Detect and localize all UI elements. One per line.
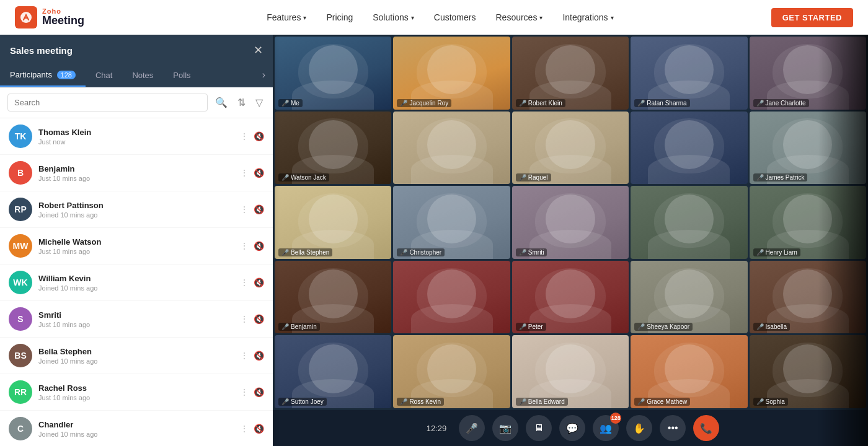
participant-time: Just 10 mins ago bbox=[38, 248, 234, 255]
video-cell[interactable]: 🎤 Ross Kevin bbox=[393, 335, 510, 408]
participant-name: Robert Pattinson bbox=[38, 201, 234, 210]
tab-chat[interactable]: Chat bbox=[86, 64, 122, 86]
mic-status-icon: 🎤 bbox=[756, 249, 764, 256]
filter-icon[interactable]: ▽ bbox=[253, 95, 265, 110]
logo[interactable]: Zoho Meeting bbox=[15, 6, 84, 28]
more-options-icon[interactable]: ⋮ bbox=[240, 204, 249, 214]
video-cell[interactable]: 🎤 Robert Klein bbox=[512, 37, 629, 110]
mic-status-icon: 🎤 bbox=[519, 174, 526, 181]
video-cell-label: 🎤 Sophia bbox=[753, 398, 788, 406]
chat-button[interactable]: 💬 bbox=[559, 415, 585, 441]
mute-icon[interactable]: 🔇 bbox=[254, 241, 264, 251]
more-button[interactable]: ••• bbox=[660, 415, 686, 441]
tabs-chevron[interactable]: › bbox=[255, 63, 273, 87]
more-options-icon[interactable]: ⋮ bbox=[240, 424, 249, 434]
nav-customers[interactable]: Customers bbox=[427, 7, 484, 27]
more-options-icon[interactable]: ⋮ bbox=[240, 241, 249, 251]
video-cell[interactable]: 🎤 Sheeya Kapoor bbox=[631, 261, 747, 334]
participant-name: Thomas Klein bbox=[38, 128, 234, 137]
search-icon[interactable]: 🔍 bbox=[213, 95, 230, 110]
participant-info: Smriti Just 10 mins ago bbox=[38, 310, 234, 328]
video-cell[interactable]: 🎤 Smriti bbox=[512, 186, 629, 259]
tab-polls[interactable]: Polls bbox=[163, 64, 200, 86]
video-cell[interactable]: 🎤 Sophia bbox=[750, 335, 866, 408]
video-cell[interactable] bbox=[393, 112, 510, 185]
video-cell[interactable]: 🎤 Christopher bbox=[393, 186, 510, 259]
mute-icon[interactable]: 🔇 bbox=[254, 387, 264, 397]
mute-icon[interactable]: 🔇 bbox=[254, 204, 264, 214]
video-cell[interactable] bbox=[393, 261, 510, 334]
participant-info: Bella Stephen Joined 10 mins ago bbox=[38, 347, 234, 365]
video-cell[interactable]: 🎤 James Patrick bbox=[750, 112, 866, 185]
participant-actions: ⋮ 🔇 bbox=[240, 387, 264, 397]
video-cell[interactable]: 🎤 Grace Mathew bbox=[631, 335, 747, 408]
nav-solutions[interactable]: Solutions ▾ bbox=[365, 7, 422, 27]
search-input[interactable] bbox=[7, 94, 208, 112]
screen-share-button[interactable]: 🖥 bbox=[526, 415, 552, 441]
more-options-icon[interactable]: ⋮ bbox=[240, 278, 249, 287]
sort-icon[interactable]: ⇅ bbox=[235, 95, 248, 110]
video-cell[interactable]: 🎤 Raquel bbox=[512, 112, 629, 185]
video-cell[interactable]: 🎤 Sutton Joey bbox=[275, 335, 391, 408]
video-cell[interactable]: 🎤 Bella Edward bbox=[512, 335, 629, 408]
video-button[interactable]: 📷 bbox=[492, 415, 518, 441]
nav-integrations[interactable]: Integrations ▾ bbox=[555, 7, 621, 27]
person-video bbox=[631, 186, 747, 259]
nav-pricing[interactable]: Pricing bbox=[319, 7, 360, 27]
video-cell[interactable] bbox=[631, 112, 747, 185]
more-options-icon[interactable]: ⋮ bbox=[240, 168, 249, 178]
mute-icon[interactable]: 🔇 bbox=[254, 424, 264, 434]
search-bar: 🔍 ⇅ ▽ bbox=[0, 87, 273, 118]
mic-status-icon: 🎤 bbox=[756, 100, 764, 107]
get-started-button[interactable]: GET STARTED bbox=[771, 8, 853, 27]
list-item: C Chandler Joined 10 mins ago ⋮ 🔇 bbox=[0, 411, 273, 446]
more-options-icon[interactable]: ⋮ bbox=[240, 387, 249, 397]
mic-button[interactable]: 🎤 bbox=[459, 415, 485, 441]
raise-hand-button[interactable]: ✋ bbox=[626, 415, 652, 441]
tab-notes[interactable]: Notes bbox=[122, 64, 163, 86]
video-cell[interactable]: 🎤 Benjamin bbox=[275, 261, 391, 334]
video-cell[interactable]: 🎤 Jane Charlotte bbox=[750, 37, 866, 110]
nav-features[interactable]: Features ▾ bbox=[259, 7, 314, 27]
toolbar: 12:29 🎤 📷 🖥 💬 👥 128 ✋ ••• 📞 bbox=[273, 410, 868, 446]
video-cell[interactable] bbox=[631, 186, 747, 259]
participant-name: Bella Stephen bbox=[38, 347, 234, 356]
video-cell[interactable]: 🎤 Watson Jack bbox=[275, 112, 391, 185]
mute-icon[interactable]: 🔇 bbox=[254, 131, 264, 141]
participants-toolbar-badge: 128 bbox=[610, 413, 621, 424]
mute-icon[interactable]: 🔇 bbox=[254, 168, 264, 178]
video-cell[interactable]: 🎤 Isabella bbox=[750, 261, 866, 334]
participant-info: Benjamin Just 10 mins ago bbox=[38, 164, 234, 182]
video-cell[interactable]: 🎤 Me bbox=[275, 37, 391, 110]
more-options-icon[interactable]: ⋮ bbox=[240, 351, 249, 361]
mic-status-icon: 🎤 bbox=[281, 249, 289, 256]
more-options-icon[interactable]: ⋮ bbox=[240, 131, 249, 141]
mute-icon[interactable]: 🔇 bbox=[254, 278, 264, 287]
video-cell[interactable]: 🎤 Ratan Sharma bbox=[631, 37, 747, 110]
nav-resources[interactable]: Resources ▾ bbox=[488, 7, 550, 27]
video-cell-label: 🎤 Peter bbox=[516, 323, 546, 331]
more-options-icon[interactable]: ⋮ bbox=[240, 314, 249, 324]
participant-actions: ⋮ 🔇 bbox=[240, 278, 264, 287]
features-chevron: ▾ bbox=[303, 14, 306, 21]
video-cell-label: 🎤 Benjamin bbox=[278, 323, 320, 331]
mute-icon[interactable]: 🔇 bbox=[254, 314, 264, 324]
avatar: MW bbox=[9, 234, 32, 258]
tab-participants[interactable]: Participants 128 bbox=[0, 64, 86, 87]
video-cell[interactable]: 🎤 Jacquelin Roy bbox=[393, 37, 510, 110]
mic-status-icon: 🎤 bbox=[756, 398, 764, 405]
participants-toolbar-button[interactable]: 👥 128 bbox=[593, 415, 619, 441]
video-cell[interactable]: 🎤 Henry Liam bbox=[750, 186, 866, 259]
close-button[interactable]: ✕ bbox=[254, 43, 263, 63]
sidebar-tabs: Participants 128 Chat Notes Polls › bbox=[0, 63, 273, 87]
participant-time: Joined 10 mins ago bbox=[38, 211, 234, 219]
video-cell[interactable]: 🎤 Peter bbox=[512, 261, 629, 334]
person-video bbox=[393, 37, 510, 110]
list-item: BS Bella Stephen Joined 10 mins ago ⋮ 🔇 bbox=[0, 338, 273, 374]
video-cell[interactable]: 🎤 Bella Stephen bbox=[275, 186, 391, 259]
mute-icon[interactable]: 🔇 bbox=[254, 351, 264, 361]
end-call-button[interactable]: 📞 bbox=[693, 415, 719, 441]
video-cell-label: 🎤 Ratan Sharma bbox=[634, 99, 689, 107]
list-item: S Smriti Just 10 mins ago ⋮ 🔇 bbox=[0, 301, 273, 338]
integrations-chevron: ▾ bbox=[611, 14, 614, 21]
